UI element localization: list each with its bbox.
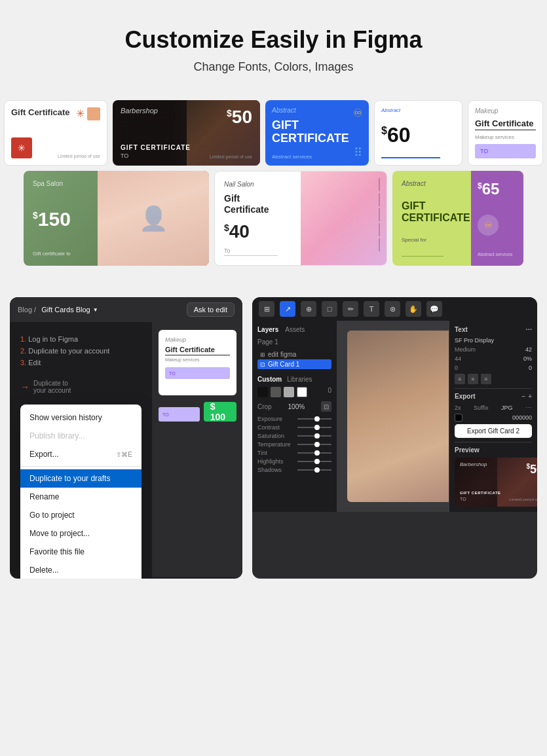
toolbar-grid-icon[interactable]: ⊞ (259, 301, 274, 317)
crop-icon[interactable]: ⊡ (321, 401, 331, 412)
card-1-top: Gift Certificate ✳ (11, 107, 100, 120)
menu-delete[interactable]: Delete... (20, 561, 141, 579)
fill-color-swatch[interactable] (455, 414, 462, 422)
gift-cert-40: GiftCertificate (224, 193, 292, 215)
tutorial-section: Blog / Gift Cards Blog ▼ Ask to edit 1. … (0, 284, 547, 598)
control-saturation: Saturation (257, 433, 331, 439)
dropdown-menu: Show version history Publish library... … (20, 405, 141, 579)
makeup-card-mini: Makeup Gift Certificate Makeup services … (159, 330, 236, 395)
toolbar-arrow-icon[interactable]: ↗ (280, 301, 295, 317)
highlights-slider[interactable] (297, 461, 331, 462)
align-center-icon[interactable]: ≡ (468, 374, 478, 384)
temperature-slider[interactable] (297, 444, 331, 445)
purple-bar-mini: TO (165, 367, 230, 379)
toolbar-shape-icon[interactable]: □ (322, 301, 337, 317)
control-shadows: Shadows (257, 467, 331, 473)
toolbar-pen-icon[interactable]: ✏ (343, 301, 358, 317)
crop-label: Crop (257, 403, 272, 410)
price-60: $60 (381, 123, 455, 147)
special-for-label: Special for (402, 237, 462, 243)
makeup-services: Makeup services (475, 134, 536, 140)
editor-canvas (337, 321, 449, 512)
abstract-services-purple: Abstract services (478, 252, 517, 257)
menu-move-to-project[interactable]: Move to project... (20, 524, 141, 543)
swatch-black[interactable] (257, 387, 268, 397)
price-100-bar: $ 100 (204, 402, 237, 422)
prop-line-opacity: 44 0% (455, 355, 532, 362)
toolbar-transform-icon[interactable]: ⊕ (301, 301, 316, 317)
limited-period: Limited period of use (210, 154, 252, 159)
figma-panel: Blog / Gift Cards Blog ▼ Ask to edit 1. … (10, 297, 242, 579)
abstract-services: Abstract services (272, 154, 312, 160)
purple-to-bar: TO (475, 144, 536, 158)
card-2-content: Barbershop $50 GIFT CERTIFICATE TO Limit… (113, 100, 260, 166)
swatch-light[interactable] (284, 387, 294, 397)
align-left-icon[interactable]: ≡ (455, 374, 465, 384)
tab-layers[interactable]: Layers (257, 326, 278, 333)
tint-slider[interactable] (297, 452, 331, 454)
swatch-gray[interactable] (271, 387, 281, 397)
shadows-slider[interactable] (297, 469, 331, 471)
menu-show-history[interactable]: Show version history (20, 408, 141, 427)
toolbar-hand-icon[interactable]: ✋ (406, 301, 421, 317)
minus-icon[interactable]: − (521, 393, 525, 400)
export-gift-card-button[interactable]: Export Gift Card 2 (455, 424, 532, 438)
layers-panel: Layers Assets Page 1 ⊞ edit figma ⊡ Gift… (252, 321, 337, 512)
prop-font: SF Pro Display (455, 337, 532, 344)
layer-edit-figma[interactable]: ⊞ edit figma (257, 350, 331, 359)
prop-weight-size: Medium 42 (455, 346, 532, 353)
menu-duplicate-drafts[interactable]: Duplicate to your drafts (20, 469, 141, 488)
to-text: TO (480, 148, 488, 154)
arrow-right-icon: → (20, 382, 29, 392)
figma-body: 1. Log in to Figma 2. Duplicate to your … (10, 322, 242, 577)
card-7-left: Nail Salon GiftCertificate $40 To (215, 171, 301, 265)
ask-edit-button[interactable]: Ask to edit (187, 302, 235, 317)
price-50-display: $50 (227, 107, 252, 128)
swatch-white[interactable] (297, 387, 307, 397)
cert-price-50: $50 (526, 463, 537, 477)
fill-row: 2x Suffix JPG ⋯ (455, 404, 532, 411)
toolbar-chat-icon[interactable]: 💬 (426, 301, 442, 317)
card-abstract-blue: Abstract ♾ GIFTCERTIFICATE Abstract serv… (265, 100, 369, 166)
contrast-slider[interactable] (297, 427, 331, 428)
menu-publish-library: Publish library... (20, 427, 141, 445)
gift-cert-big: GIFTCERTIFICATE (272, 119, 362, 145)
toolbar-text-icon[interactable]: T (364, 301, 379, 317)
tab-custom[interactable]: Custom (257, 376, 282, 383)
card-1-bottom: ✳ Limited period of use (11, 137, 100, 158)
crop-row: Crop 100% ⊡ (257, 401, 331, 412)
tab-assets[interactable]: Assets (285, 326, 305, 333)
export-controls: − + (521, 393, 532, 400)
gift-cert-green: GIFT CERTIFICATE (402, 200, 462, 223)
to-bar-bottom: TO (159, 407, 200, 422)
exposure-slider[interactable] (297, 418, 331, 420)
toolbar-components-icon[interactable]: ⊛ (385, 301, 400, 317)
card-8-left: Abstract GIFT CERTIFICATE Special for (392, 171, 471, 266)
text-section-header: Text ⋯ (455, 326, 532, 333)
menu-favorite[interactable]: Favorite this file (20, 543, 141, 561)
saturation-slider[interactable] (297, 435, 331, 437)
cards-row-1: Gift Certificate ✳ ✳ Limited period of u… (7, 100, 540, 166)
card-3-top: Abstract ♾ (272, 107, 362, 119)
menu-rename[interactable]: Rename (20, 488, 141, 506)
step-1: 1. Log in to Figma (20, 335, 141, 343)
export-section-header: Export − + (455, 393, 532, 400)
limited-text: Limited period of use (58, 154, 100, 158)
layer-gift-card[interactable]: ⊡ Gift Card 1 (257, 359, 331, 369)
color-swatches: 0 (257, 387, 331, 397)
card-7-image (301, 171, 387, 265)
align-right-icon[interactable]: ≡ (481, 374, 491, 384)
menu-go-to-project[interactable]: Go to project (20, 506, 141, 524)
cert-limited-label: Limited period of use (509, 497, 537, 501)
plus-icon[interactable]: + (528, 393, 532, 400)
price-row-bottom: TO $ 100 (159, 402, 236, 422)
fill-dots-icon[interactable]: ⋯ (525, 404, 532, 411)
prop-divider-2 (455, 442, 532, 442)
price-65: $65 (478, 180, 517, 198)
tab-libraries[interactable]: Libraries (287, 376, 312, 383)
prop-dots-icon[interactable]: ⋯ (525, 326, 532, 333)
custom-tabs-row: Custom Libraries (257, 376, 331, 383)
menu-export[interactable]: Export... ⇧⌘E (20, 445, 141, 463)
blue-underline (381, 157, 440, 158)
menu-divider-1 (20, 466, 141, 467)
